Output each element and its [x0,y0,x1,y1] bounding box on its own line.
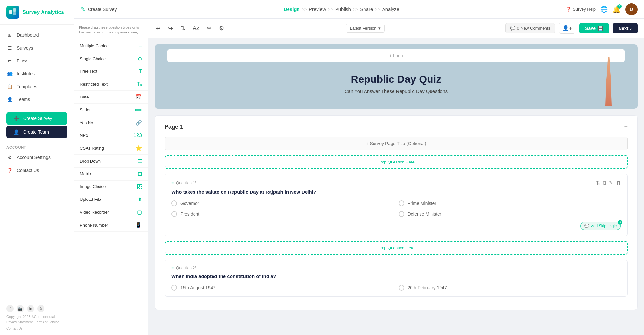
page-collapse-button[interactable]: − [624,124,628,130]
image-choice-icon: 🖼 [137,184,142,190]
page-title-input[interactable] [165,137,628,150]
translate-icon[interactable]: Az [191,23,201,33]
question-1-actions: ⇅ ⧉ ✎ 🗑 [596,180,621,186]
option-q2-1: 15th August 1947 [171,285,394,291]
add-collaborator-button[interactable]: 👤+ [559,23,575,34]
sidebar-item-templates[interactable]: 📋 Templates [0,80,74,93]
option-q1-2: Prime Minister [399,200,621,206]
qtype-single-choice[interactable]: Single Choice ⊙ [74,52,148,65]
toolbar-center: Latest Version ▾ [346,24,385,33]
comments-button[interactable]: 💬 0 New Comments [505,23,555,33]
radio-q2-2[interactable] [399,285,404,291]
facebook-icon[interactable]: f [6,305,14,312]
edit-icon[interactable]: ✏ [205,23,213,33]
qtype-upload-file[interactable]: Upload File ⬆ [74,193,148,206]
instagram-icon[interactable]: 📷 [17,305,24,312]
qtype-yes-no[interactable]: Yes No 🔗 [74,116,148,129]
sort-icon[interactable]: ⇅ [179,23,186,33]
user-avatar[interactable]: U [625,3,638,15]
qtype-phone-number[interactable]: Phone Number 📱 [74,219,148,232]
redo-icon[interactable]: ↪ [167,23,174,33]
add-skip-logic-label: Add Skip Logic [591,224,617,228]
radio-q2-1[interactable] [171,285,177,291]
radio-q1-1[interactable] [171,200,177,206]
panel-hint: Please drag these question types onto th… [74,22,148,40]
question-1-footer: 💬 Add Skip Logic 0 [171,222,621,230]
create-team-icon: 👤 [13,129,19,135]
globe-icon[interactable]: 🌐 [601,6,608,13]
notification-bell-area[interactable]: 🔔 1 [612,5,620,13]
question-1-type-icon: ≡ [171,181,174,185]
qtype-date[interactable]: Date 📅 [74,91,148,104]
qtype-free-text[interactable]: Free Text T [74,65,148,78]
linkedin-icon[interactable]: in [27,305,34,312]
page-1-card: Page 1 − Drop Question Here ≡ Question 1… [155,115,638,310]
twitter-icon[interactable]: 𝕏 [37,305,44,312]
survey-help-button[interactable]: ❓ Survey Help [566,7,596,12]
qtype-matrix[interactable]: Matrix ⊞ [74,168,148,181]
question-1-text: Who takes the salute on Republic Day at … [171,189,621,195]
step-preview[interactable]: Preview [309,6,326,12]
step-analyze[interactable]: Analyze [382,6,399,12]
radio-q1-3[interactable] [171,211,177,217]
survey-header-card: + Logo Republic Day Quiz Can You Answer … [155,44,638,109]
question-edit-icon[interactable]: ✎ [609,180,613,186]
sidebar-item-dashboard[interactable]: ⊞ Dashboard [0,29,74,42]
help-icon: ❓ [566,7,571,12]
sidebar-item-account-settings[interactable]: ⚙ Account Settings [0,151,74,164]
privacy-statement-link[interactable]: Privacy Statement [6,321,33,324]
qtype-nps[interactable]: NPS 123 [74,129,148,142]
tower-image [601,57,617,106]
question-delete-icon[interactable]: 🗑 [616,180,621,186]
step-design[interactable]: Design [284,6,300,12]
sidebar: Survey Analytica ⊞ Dashboard ☰ Surveys ⇌… [0,0,74,335]
logic-icon: 💬 [584,224,589,228]
single-choice-icon: ⊙ [138,56,142,62]
radio-q1-4[interactable] [399,211,404,217]
nps-icon: 123 [133,133,142,138]
page-title: Page 1 [165,124,183,130]
step-share[interactable]: Share [360,6,373,12]
logo-area: Survey Analytica [0,0,74,25]
add-logic-button-1[interactable]: 💬 Add Skip Logic 0 [580,222,621,230]
create-survey-button[interactable]: ➕ Create Survey [6,112,67,125]
version-selector[interactable]: Latest Version ▾ [346,24,385,33]
social-icons: f 📷 in 𝕏 [6,305,67,312]
qtype-drop-down[interactable]: Drop Down ☰ [74,155,148,168]
footer-links: Privacy Statement Terms of Service Conta… [6,321,67,330]
design-canvas: ↩ ↪ ⇅ Az ✏ ⚙ Latest Version ▾ 💬 [148,19,644,335]
copyright-text: Copyright 2023 ©Cosmoneural [6,315,67,319]
qtype-slider[interactable]: Slider ⟺ [74,104,148,116]
undo-icon[interactable]: ↩ [155,23,162,33]
drop-zone-2[interactable]: Drop Question Here [165,241,628,255]
qtype-csat-rating[interactable]: CSAT Rating ⭐ [74,142,148,155]
header-right: ❓ Survey Help 🌐 🔔 1 U [566,3,638,15]
next-button[interactable]: Next › [613,23,638,33]
save-icon: 💾 [598,26,603,31]
qtype-video-recorder[interactable]: Video Recorder ▢ [74,206,148,219]
radio-q1-2[interactable] [399,200,404,206]
sidebar-item-surveys[interactable]: ☰ Surveys [0,42,74,54]
logo-placeholder[interactable]: + Logo [167,49,625,62]
drop-zone-1[interactable]: Drop Question Here [165,155,628,169]
create-team-button[interactable]: 👤 Create Team [6,126,67,138]
sidebar-item-teams[interactable]: 👤 Teams [0,93,74,106]
sidebar-item-contact-us[interactable]: ❓ Contact Us [0,164,74,177]
account-settings-icon: ⚙ [6,154,13,161]
sidebar-item-institutes[interactable]: 👥 Institutes [0,67,74,80]
qtype-restricted-text[interactable]: Restricted Text Tₐ [74,78,148,91]
settings-icon[interactable]: ⚙ [218,23,225,33]
save-button[interactable]: Save 💾 [579,23,609,33]
yes-no-icon: 🔗 [136,120,142,126]
contact-link[interactable]: Contact Us [6,327,22,330]
question-copy-icon[interactable]: ⧉ [603,180,606,186]
question-1-label: ≡ Question 1* [171,181,196,185]
date-icon: 📅 [136,94,142,100]
qtype-image-choice[interactable]: Image Choice 🖼 [74,181,148,193]
qtype-multiple-choice[interactable]: Multiple Choice ≡ [74,40,148,52]
templates-icon: 📋 [6,83,13,90]
terms-link[interactable]: Terms of Service [35,321,59,324]
question-sort-icon[interactable]: ⇅ [596,180,600,186]
step-publish[interactable]: Publish [335,6,351,12]
sidebar-item-flows[interactable]: ⇌ Flows [0,54,74,67]
